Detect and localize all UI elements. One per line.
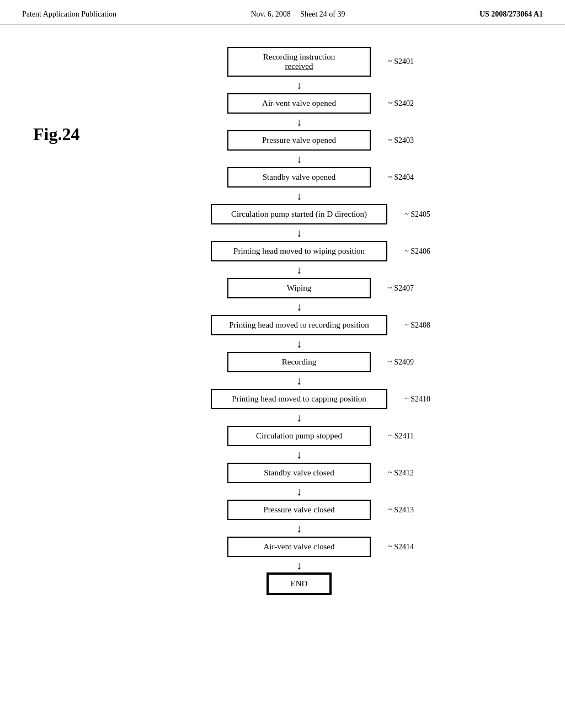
step-s2411-box: Circulation pump stopped ~ S2411 [227, 426, 371, 446]
step-s2414-box: Air-vent valve closed ~ S2414 [227, 537, 371, 557]
flow-row-s2402: Air-vent valve opened ~ S2402 [66, 93, 532, 114]
step-s2406-id: ~ S2406 [404, 247, 430, 256]
arrow-7: ↓ [296, 298, 302, 315]
step-s2404-id: ~ S2404 [388, 173, 414, 182]
step-s2411-id: ~ S2411 [388, 432, 414, 441]
step-end-box: END [268, 574, 331, 594]
header-patent-number: US 2008/273064 A1 [479, 10, 543, 19]
flow-row-s2412: Standby valve closed ~ S2412 [66, 463, 532, 483]
step-s2403-label: Pressure valve opened [262, 136, 336, 144]
step-s2407-id: ~ S2407 [388, 284, 414, 293]
step-s2401-label: Recording instructionreceived [263, 52, 335, 71]
step-s2412-box: Standby valve closed ~ S2412 [227, 463, 371, 483]
step-end-label: END [291, 579, 308, 588]
flow-row-s2413: Pressure valve closed ~ S2413 [66, 500, 532, 520]
step-s2405-box: Circulation pump started (in D direction… [211, 204, 387, 224]
arrow-14: ↓ [296, 557, 302, 574]
step-s2405-label: Circulation pump started (in D direction… [231, 210, 367, 218]
step-s2413-id: ~ S2413 [388, 506, 414, 515]
arrow-3: ↓ [296, 151, 302, 167]
step-s2404-label: Standby valve opened [263, 173, 335, 181]
flow-row-s2406: Printing head moved to wiping position ~… [66, 241, 532, 261]
arrow-11: ↓ [296, 446, 302, 463]
step-s2412-id: ~ S2412 [388, 469, 414, 478]
arrow-12: ↓ [296, 483, 302, 500]
arrow-4: ↓ [296, 188, 302, 204]
step-s2409-id: ~ S2409 [388, 358, 414, 367]
step-s2412-label: Standby valve closed [264, 468, 334, 477]
step-s2403-box: Pressure valve opened ~ S2403 [227, 130, 371, 151]
step-s2407-label: Wiping [287, 283, 311, 292]
header-publication: Patent Application Publication [22, 10, 116, 19]
step-s2403-id: ~ S2403 [388, 136, 414, 145]
step-s2406-label: Printing head moved to wiping position [233, 247, 365, 255]
step-s2402-box: Air-vent valve opened ~ S2402 [227, 93, 371, 114]
arrow-1: ↓ [296, 77, 302, 93]
flow-row-s2414: Air-vent valve closed ~ S2414 [66, 537, 532, 557]
flow-row-end: END [66, 574, 532, 594]
step-s2401-id: ~ S2401 [388, 57, 414, 66]
flow-row-s2403: Pressure valve opened ~ S2403 [66, 130, 532, 151]
arrow-13: ↓ [296, 520, 302, 537]
step-s2410-label: Printing head moved to capping position [232, 394, 366, 403]
flowchart: Recording instructionreceived ~ S2401 ↓ … [66, 47, 532, 594]
step-s2402-id: ~ S2402 [388, 99, 414, 108]
arrow-9: ↓ [296, 372, 302, 389]
step-s2404-box: Standby valve opened ~ S2404 [227, 167, 371, 188]
step-s2402-label: Air-vent valve opened [262, 99, 336, 108]
header-date: Nov. 6, 2008 [251, 10, 291, 18]
step-s2410-box: Printing head moved to capping position … [211, 389, 387, 409]
flow-row-s2409: Recording ~ S2409 [66, 352, 532, 372]
step-s2407-box: Wiping ~ S2407 [227, 278, 371, 298]
arrow-6: ↓ [296, 261, 302, 278]
main-content: Fig.24 Recording instructionreceived ~ S… [0, 25, 565, 616]
step-s2409-label: Recording [282, 357, 316, 366]
step-s2409-box: Recording ~ S2409 [227, 352, 371, 372]
flow-row-s2404: Standby valve opened ~ S2404 [66, 167, 532, 188]
header-sheet: Sheet 24 of 39 [300, 10, 345, 18]
step-s2411-label: Circulation pump stopped [256, 431, 342, 440]
step-s2414-id: ~ S2414 [388, 543, 414, 552]
step-s2413-label: Pressure valve closed [263, 505, 334, 514]
page-header: Patent Application Publication Nov. 6, 2… [0, 0, 565, 25]
step-s2406-box: Printing head moved to wiping position ~… [211, 241, 387, 261]
header-date-sheet: Nov. 6, 2008 Sheet 24 of 39 [251, 10, 345, 19]
step-s2414-label: Air-vent valve closed [264, 542, 335, 551]
arrow-10: ↓ [296, 409, 302, 426]
flow-row-s2410: Printing head moved to capping position … [66, 389, 532, 409]
step-s2413-box: Pressure valve closed ~ S2413 [227, 500, 371, 520]
arrow-2: ↓ [296, 114, 302, 130]
flow-row-s2405: Circulation pump started (in D direction… [66, 204, 532, 224]
step-s2408-label: Printing head moved to recording positio… [229, 320, 369, 329]
flow-row-s2408: Printing head moved to recording positio… [66, 315, 532, 335]
flow-row-s2411: Circulation pump stopped ~ S2411 [66, 426, 532, 446]
flow-row-s2407: Wiping ~ S2407 [66, 278, 532, 298]
step-s2408-box: Printing head moved to recording positio… [211, 315, 387, 335]
arrow-8: ↓ [296, 335, 302, 352]
step-s2408-id: ~ S2408 [404, 321, 430, 330]
step-s2401-box: Recording instructionreceived ~ S2401 [227, 47, 371, 77]
arrow-5: ↓ [296, 224, 302, 241]
flow-row-s2401: Recording instructionreceived ~ S2401 [66, 47, 532, 77]
step-s2410-id: ~ S2410 [404, 395, 430, 404]
step-s2405-id: ~ S2405 [404, 210, 430, 219]
